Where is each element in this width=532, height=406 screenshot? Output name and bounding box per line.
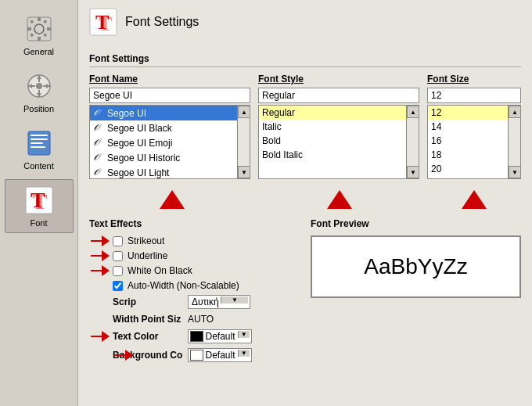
italic-marker: 𝒪	[93, 107, 104, 119]
font-size-input[interactable]	[427, 88, 521, 103]
page-header: T T Font Settings	[89, 8, 521, 42]
position-icon	[23, 70, 55, 102]
sidebar-item-general[interactable]: General	[5, 8, 74, 62]
svg-text:T: T	[31, 188, 45, 212]
style-list-item[interactable]: Bold Italic	[259, 148, 406, 162]
svg-rect-3	[38, 37, 41, 41]
arrow-indicators-row	[89, 190, 521, 209]
scroll-track	[238, 118, 250, 166]
arrow-size-col	[427, 190, 521, 209]
underline-arrow	[91, 250, 110, 261]
width-point-row: Width Point Siz AUTO	[113, 314, 300, 325]
white-on-black-arrow	[91, 265, 110, 276]
svg-rect-5	[47, 27, 51, 31]
font-list-item[interactable]: 𝒪 Segoe UI Historic	[90, 150, 237, 165]
size-list-item[interactable]: 20	[428, 162, 508, 176]
text-color-label: Text Color	[113, 331, 183, 342]
svg-rect-4	[27, 27, 31, 31]
sidebar-item-font[interactable]: T T Font	[5, 179, 74, 233]
arrow-name-col	[92, 190, 252, 209]
font-name-header: Font Name	[89, 74, 250, 84]
svg-rect-23	[31, 142, 43, 144]
sidebar-item-content-label: Content	[23, 161, 54, 171]
bg-color-dropdown[interactable]: Default ▼	[188, 348, 252, 362]
scroll-track	[509, 118, 520, 166]
svg-marker-33	[462, 190, 487, 209]
scroll-up-btn[interactable]: ▲	[407, 106, 419, 118]
white-on-black-checkbox[interactable]	[113, 266, 123, 276]
font-style-scrollbar[interactable]: ▲ ▼	[406, 106, 419, 178]
content-icon	[23, 128, 55, 159]
bg-color-row: Background Co Default ▼	[113, 348, 300, 362]
font-list-item[interactable]: 𝒪 Segoe UI Black	[90, 120, 237, 135]
font-name-scrollbar[interactable]: ▲ ▼	[237, 106, 250, 178]
svg-marker-32	[327, 190, 352, 209]
scroll-down-btn[interactable]: ▼	[238, 166, 250, 178]
font-preview-section: Font Preview AaBbYyZz	[311, 218, 521, 367]
sidebar: General Position	[0, 0, 78, 406]
style-list-item[interactable]: Regular	[259, 106, 406, 120]
scrip-dropdown[interactable]: Δυτική ▼	[188, 295, 250, 309]
header-font-icon: T T	[89, 8, 117, 36]
svg-rect-22	[31, 138, 48, 140]
italic-marker: 𝒪	[93, 122, 104, 134]
font-settings-section-title: Font Settings	[89, 53, 521, 67]
svg-text:T: T	[95, 11, 109, 34]
scrip-dropdown-arrow: ▼	[221, 296, 248, 304]
font-name-input[interactable]	[89, 88, 250, 103]
bg-color-arrow	[114, 350, 133, 361]
font-list-item[interactable]: 𝒪 Segoe UI	[90, 106, 237, 120]
auto-width-row: Auto-Width (Non-Scalable)	[113, 280, 300, 291]
auto-width-checkbox[interactable]	[113, 281, 123, 291]
scroll-up-btn[interactable]: ▲	[238, 106, 250, 118]
sidebar-item-content[interactable]: Content	[5, 122, 74, 176]
font-style-input[interactable]	[258, 88, 419, 103]
page-title: Font Settings	[125, 15, 199, 29]
font-size-list[interactable]: 12 14 16 18 20 22	[428, 106, 508, 178]
sidebar-item-position-label: Position	[23, 104, 54, 113]
scroll-track	[407, 118, 419, 166]
scrip-row: Scrip Δυτική ▼	[113, 295, 300, 309]
text-color-arrow	[91, 331, 110, 342]
text-effects-section: Text Effects Strikeout	[89, 218, 300, 367]
strikeout-row: Strikeout	[113, 235, 300, 246]
bottom-layout: Text Effects Strikeout	[89, 218, 521, 367]
svg-point-11	[36, 83, 42, 89]
size-list-item[interactable]: 16	[428, 134, 508, 148]
font-list-item[interactable]: 𝒪 Segoe UI Emoji	[90, 135, 237, 150]
scroll-up-btn[interactable]: ▲	[509, 106, 521, 118]
white-on-black-label: White On Black	[128, 265, 192, 276]
underline-checkbox[interactable]	[113, 251, 123, 261]
underline-row: Underline	[113, 250, 300, 261]
text-color-row: Text Color Default ▼	[113, 329, 300, 343]
text-color-dropdown-arrow: ▼	[238, 331, 250, 338]
underline-label: Underline	[128, 250, 167, 261]
size-list-item[interactable]: 12	[428, 106, 508, 120]
general-icon	[23, 13, 55, 45]
text-color-dropdown[interactable]: Default ▼	[188, 329, 252, 343]
size-list-item[interactable]: 22	[428, 176, 508, 178]
sidebar-item-position[interactable]: Position	[5, 65, 74, 119]
font-style-list[interactable]: Regular Italic Bold Bold Italic	[259, 106, 406, 178]
italic-marker: 𝒪	[93, 152, 104, 163]
white-on-black-row: White On Black	[113, 265, 300, 276]
width-point-label: Width Point Siz	[113, 314, 183, 325]
scroll-down-btn[interactable]: ▼	[407, 166, 419, 178]
strikeout-checkbox[interactable]	[113, 236, 123, 246]
style-list-item[interactable]: Bold	[259, 134, 406, 148]
size-list-item[interactable]: 14	[428, 120, 508, 134]
svg-rect-2	[38, 17, 41, 21]
font-size-header: Font Size	[427, 74, 521, 84]
font-preview-text: AaBbYyZz	[364, 254, 467, 279]
bg-color-dropdown-arrow: ▼	[238, 350, 250, 357]
style-list-item[interactable]: Italic	[259, 120, 406, 134]
scroll-down-btn[interactable]: ▼	[509, 166, 521, 178]
font-name-list-container: 𝒪 Segoe UI 𝒪 Segoe UI Black 𝒪 Segoe UI E…	[89, 105, 250, 179]
font-list-item[interactable]: 𝒪 Segoe UI Light	[90, 165, 237, 178]
svg-rect-21	[31, 135, 48, 136]
font-size-scrollbar[interactable]: ▲ ▼	[508, 106, 520, 178]
size-list-item[interactable]: 18	[428, 148, 508, 162]
scrip-label: Scrip	[113, 296, 183, 307]
font-name-list[interactable]: 𝒪 Segoe UI 𝒪 Segoe UI Black 𝒪 Segoe UI E…	[90, 106, 237, 178]
text-color-value: Default	[203, 331, 238, 342]
